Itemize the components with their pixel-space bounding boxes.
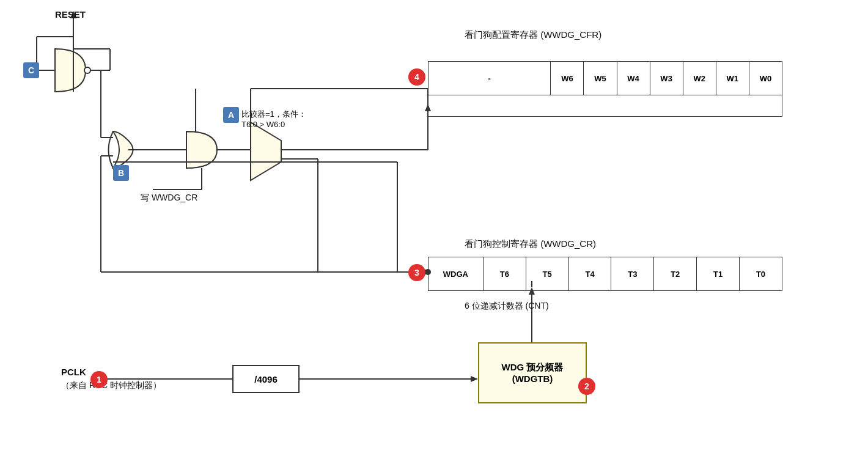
cfr-cell-dash: - [428, 62, 551, 95]
cfr-cell-w0: W0 [749, 62, 782, 95]
prescaler-line1: WDG 预分频器 [502, 362, 564, 373]
comparator-condition: T6:0 > W6:0 [241, 120, 285, 129]
badge-a: A [223, 107, 239, 123]
comparator-label: 比较器=1，条件： [241, 109, 306, 120]
cr-cell-t2: T2 [654, 257, 697, 291]
cfr-cell-w3: W3 [650, 62, 683, 95]
circle-3: 3 [408, 264, 425, 281]
cfr-cell-w5: W5 [584, 62, 617, 95]
cfr-cell-w1: W1 [716, 62, 749, 95]
cr-cell-t3: T3 [611, 257, 654, 291]
cfr-title: 看门狗配置寄存器 (WWDG_CFR) [465, 29, 601, 41]
cfr-register: - W6 W5 W4 W3 W2 W1 W0 [428, 61, 782, 117]
badge-b: B [113, 165, 129, 181]
cr-title: 看门狗控制寄存器 (WWDG_CR) [465, 238, 596, 250]
reset-label: RESET [55, 9, 86, 20]
cr-register: WDGA T6 T5 T4 T3 T2 T1 T0 [428, 257, 782, 291]
cr-cell-t1: T1 [697, 257, 740, 291]
prescaler-line2: (WDGTB) [512, 373, 553, 384]
pclk-label: PCLK [61, 367, 86, 377]
cfr-cell-w6: W6 [551, 62, 584, 95]
prescaler-box: WDG 预分频器 (WDGTB) [478, 342, 587, 403]
pclk-sub-label: （来自 RCC 时钟控制器） [61, 380, 161, 391]
circle-2: 2 [578, 378, 595, 395]
divider-box: /4096 [232, 365, 300, 393]
svg-point-2 [84, 67, 90, 73]
svg-marker-28 [471, 376, 478, 382]
cr-cell-wdga: WDGA [428, 257, 484, 291]
write-cr-label: 写 WWDG_CR [141, 193, 197, 204]
svg-marker-10 [251, 122, 281, 180]
circle-1: 1 [90, 371, 108, 388]
circle-4: 4 [408, 68, 425, 86]
cnt-label: 6 位递减计数器 (CNT) [465, 301, 549, 312]
cr-cell-t6: T6 [483, 257, 526, 291]
badge-c: C [23, 62, 39, 78]
diagram: RESET C B A 比较器=1，条件： T6:0 > W6:0 写 WWDG… [0, 0, 868, 456]
cfr-cell-w2: W2 [683, 62, 716, 95]
cr-cell-t5: T5 [526, 257, 568, 291]
cfr-cell-w4: W4 [617, 62, 650, 95]
cr-cell-t4: T4 [568, 257, 611, 291]
cr-cell-t0: T0 [740, 257, 782, 291]
